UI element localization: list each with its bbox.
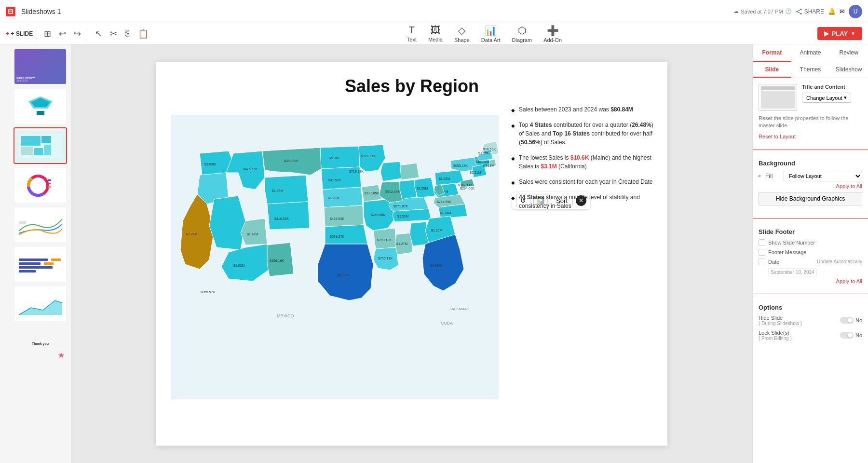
svg-text:$539.37K: $539.37K (330, 235, 344, 238)
svg-rect-29 (51, 259, 61, 261)
toolbar-separator-1 (37, 28, 37, 40)
svg-text:$5.04K: $5.04K (329, 156, 340, 160)
diamond-icon-3: ◆ (511, 155, 515, 162)
hide-slide-value: No (855, 317, 862, 323)
background-title: Background (759, 160, 862, 167)
diagram-tool[interactable]: ⬡ Diagram (512, 25, 532, 43)
layout-hint: Reset the slide properties to follow the… (759, 115, 862, 130)
svg-rect-28 (19, 270, 36, 272)
diamond-icon-2: ◆ (511, 122, 515, 129)
message-icon[interactable]: ✉ (840, 8, 845, 15)
svg-text:$41.52K: $41.52K (328, 178, 341, 182)
svg-text:$755.11K: $755.11K (378, 257, 393, 260)
date-auto-label: Update Automatically (817, 259, 862, 264)
svg-text:$1.96M: $1.96M (272, 189, 284, 192)
slide-thumbnail-3[interactable] (14, 127, 67, 164)
slide-thumbnail-2[interactable] (14, 88, 67, 124)
change-layout-button[interactable]: Change Layout ▾ (802, 93, 851, 103)
avatar[interactable]: U (849, 5, 862, 18)
undo-button[interactable]: ↩ (56, 27, 69, 41)
svg-text:$1.25M: $1.25M (431, 229, 443, 232)
footer-section: Slide Footer Show Slide Number Footer Me… (753, 222, 868, 290)
hide-background-graphics-button[interactable]: Hide Background Graphics (759, 192, 862, 205)
slide-thumbnail-8[interactable]: Thank you (14, 325, 67, 362)
svg-text:$719.28K: $719.28K (349, 170, 364, 173)
svg-text:$296.86K: $296.86K (371, 213, 385, 217)
svg-rect-23 (48, 186, 51, 188)
cut-button[interactable]: ✂ (107, 27, 120, 41)
apply-all-bg-link[interactable]: Apply to All (759, 183, 862, 189)
svg-point-4 (796, 11, 798, 12)
tab-format[interactable]: Format (753, 44, 791, 62)
stat-item-5: ◆ 44 States shows a notable level of sta… (511, 193, 656, 210)
svg-text:$253.59K: $253.59K (284, 159, 298, 163)
diagram-icon: ⬡ (518, 25, 526, 36)
svg-text:$955.57K: $955.57K (201, 290, 215, 294)
date-checkbox[interactable] (759, 259, 765, 265)
svg-line-7 (798, 12, 800, 14)
svg-marker-56 (325, 225, 367, 244)
svg-text:$156.16K: $156.16K (270, 259, 284, 262)
lock-slide-toggle[interactable]: No (840, 332, 862, 339)
subtab-themes[interactable]: Themes (791, 62, 830, 78)
lock-slide-value: No (855, 332, 862, 338)
slide-thumbnail-1[interactable]: Sales Review June 2024 (14, 48, 67, 85)
slide-panel: 1 Sales Review June 2024 2 (0, 44, 71, 463)
hide-slide-toggle[interactable]: No (840, 317, 862, 324)
svg-text:CUBA: CUBA (441, 321, 453, 326)
slide-thumbnail-4[interactable] (14, 167, 67, 204)
slide-thumbnail-6[interactable] (14, 246, 67, 283)
addon-tool[interactable]: ➕ Add-On (543, 25, 562, 43)
show-slide-number-checkbox[interactable] (759, 239, 765, 246)
svg-rect-10 (37, 111, 44, 115)
tab-review[interactable]: Review (829, 44, 868, 62)
show-slide-number-row: Show Slide Number (759, 239, 862, 246)
divider-2 (753, 218, 868, 218)
svg-marker-1 (9, 10, 13, 14)
thumb1-content: Sales Review June 2024 (14, 49, 66, 84)
toolbar-separator-2 (88, 28, 88, 40)
play-button[interactable]: ▶ PLAY ▼ (817, 27, 862, 40)
notification-icon[interactable]: 🔔 (828, 8, 836, 15)
svg-rect-21 (48, 179, 51, 181)
text-tool[interactable]: T Text (407, 25, 417, 43)
map-container: $3.03M $7.74M $ (171, 100, 499, 414)
copy-button[interactable]: ⎘ (122, 27, 133, 41)
toggle-circle-1 (840, 317, 854, 324)
slide-thumbnail-5[interactable] (14, 206, 67, 243)
svg-text:$428.53K: $428.53K (330, 217, 344, 220)
svg-text:$1.29M: $1.29M (328, 196, 339, 200)
app-title: Slideshows 1 (21, 8, 61, 15)
svg-marker-38 (209, 196, 245, 250)
svg-text:$3.18M: $3.18M (483, 164, 495, 167)
dataart-tool[interactable]: 📊 Data Art (481, 25, 501, 43)
subtab-slideshow[interactable]: Slideshow (829, 62, 868, 78)
subtab-slide[interactable]: Slide (753, 62, 791, 78)
fill-dropdown[interactable]: Follow Layout (784, 171, 862, 181)
shape-tool[interactable]: ◇ Shape (454, 25, 470, 43)
share-button[interactable]: SHARE (796, 8, 824, 15)
svg-point-5 (800, 13, 801, 14)
slide-thumb-wrapper-7: 7 (4, 286, 67, 322)
reset-layout-link[interactable]: Reset to Layout (759, 134, 796, 139)
paste-button[interactable]: 📋 (135, 27, 151, 41)
cursor-button[interactable]: ↖ (92, 27, 105, 41)
svg-text:$476.63K: $476.63K (243, 167, 258, 171)
slide-thumbnail-7[interactable] (14, 286, 67, 322)
diamond-icon-5: ◆ (511, 194, 515, 202)
svg-text:$357.11K: $357.11K (458, 183, 473, 187)
redo-button[interactable]: ↪ (71, 27, 84, 41)
media-tool[interactable]: 🖼 Media (428, 25, 443, 43)
tab-animate[interactable]: Animate (791, 44, 830, 62)
options-section: Options Hide Slide ( During Slideshow ) … (753, 298, 868, 351)
svg-line-6 (798, 10, 800, 11)
add-slide-button[interactable]: + + SLIDE (6, 30, 33, 37)
diamond-icon-4: ◆ (511, 179, 515, 186)
footer-message-checkbox[interactable] (759, 249, 765, 256)
layout-button[interactable]: ⊞ (41, 27, 54, 41)
svg-text:$293.13K: $293.13K (377, 238, 392, 242)
svg-rect-26 (19, 262, 41, 265)
apply-all-footer-link[interactable]: Apply to All (759, 278, 862, 284)
slide-thumb-wrapper-3: 3 (4, 127, 67, 164)
canvas-area: Sales by Region ↺ 📊 Sort ✕ $3.03M (71, 44, 752, 463)
